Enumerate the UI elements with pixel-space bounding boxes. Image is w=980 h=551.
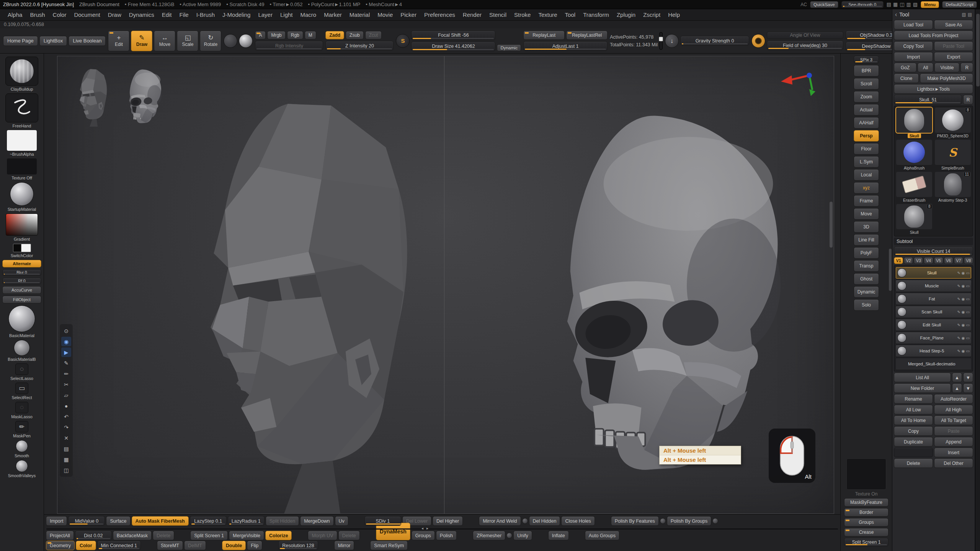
channel-button[interactable]: Mrgb [267, 31, 285, 39]
subpalette-button[interactable]: Polish By Features [611, 516, 659, 526]
list-all-button[interactable]: List All [894, 373, 951, 382]
border-button[interactable]: Border [844, 508, 889, 517]
live-boolean-button[interactable]: Live Boolean [69, 36, 106, 46]
switch-color-label[interactable]: SwitchColor [11, 253, 33, 258]
subpalette-button[interactable]: Unify [513, 531, 532, 540]
menu-item[interactable]: Draw [104, 9, 125, 20]
menu-item[interactable]: Stencil [485, 9, 510, 20]
shelf-button[interactable]: AAHalf [854, 117, 879, 129]
texture-preview[interactable] [846, 458, 886, 490]
subpalette-button[interactable]: MidValue 0 [68, 516, 105, 526]
folder-icon[interactable]: ▭ [966, 297, 970, 301]
axis-gizmo[interactable] [778, 66, 816, 98]
select-arrow-icon[interactable]: ▶ [61, 347, 71, 357]
menu-item[interactable]: Alpha [4, 9, 26, 20]
menu-item[interactable]: Zscript [639, 9, 664, 20]
sculpt-mode-button[interactable]: Zadd [325, 31, 344, 39]
subpalette-button[interactable]: Split Hidden [266, 516, 299, 526]
scale-mode-button[interactable]: ◱ Scale [177, 31, 198, 51]
skull-reference-thumbnail[interactable] [119, 66, 167, 130]
gravity-strength-slider[interactable]: Gravity Strength 0 [680, 36, 749, 46]
subtool-row[interactable]: Skull ✎◉▭ [895, 267, 972, 279]
menu-item[interactable]: Render [459, 9, 485, 20]
shelf-button[interactable]: Local [854, 169, 879, 181]
visibility-icon[interactable]: ◉ [962, 336, 965, 340]
subpalette-button[interactable]: LazyStep 0.1 [190, 516, 227, 526]
replay-last-button[interactable]: ReplayLast [523, 31, 565, 40]
menu-item[interactable]: Layer [254, 9, 276, 20]
sculpt-mode-button[interactable]: Zcut [365, 31, 382, 39]
paint-icon[interactable]: ✎ [957, 310, 960, 314]
subpalette-button[interactable]: DelMT [184, 541, 206, 550]
subpalette-button[interactable] [712, 518, 718, 524]
shelf-button[interactable]: Frame [854, 195, 879, 207]
subtool-row[interactable]: Scan Skull ✎◉▭ [895, 306, 972, 318]
subpalette-button[interactable]: Min Connected 1 [97, 541, 141, 550]
shelf-button[interactable]: PolyF [854, 247, 879, 259]
color-picker[interactable] [6, 214, 38, 236]
adjust-last-slider[interactable]: AdjustLast 1 [523, 41, 608, 51]
stroke-icon[interactable]: S [396, 34, 410, 48]
subpalette-button[interactable]: BackfaceMask [113, 531, 152, 540]
subpalette-button[interactable] [506, 533, 512, 538]
copy-tool-button[interactable]: Copy Tool [894, 41, 933, 51]
subpalette-button[interactable]: Color [76, 541, 96, 550]
points-meter[interactable] [659, 32, 663, 50]
secondary-color-swatch[interactable] [21, 244, 31, 252]
tool-thumbnail[interactable]: 8 Skull [896, 204, 933, 235]
sculpt-mode-button[interactable]: Zsub [346, 31, 364, 39]
menu-item[interactable]: Brush [26, 9, 49, 20]
export-button[interactable]: Export [934, 52, 973, 62]
menu-item[interactable]: Color [49, 9, 70, 20]
shelf-button[interactable]: Actual [854, 104, 879, 116]
subpalette-button[interactable]: Mirror And Weld [479, 516, 521, 526]
menu-item[interactable]: Movie [374, 9, 397, 20]
menu-item[interactable]: Dynamics [125, 9, 158, 20]
subpalette-button[interactable]: MergeVisible [229, 531, 264, 540]
append-button[interactable]: Append [934, 437, 973, 447]
color-sample-icon[interactable]: ⊙ [61, 326, 71, 336]
panel-scrollbar[interactable] [975, 9, 980, 551]
eye-icon[interactable]: ◉ [61, 337, 71, 346]
rename-button[interactable]: Rename [894, 394, 933, 404]
menu-item[interactable]: Document [70, 9, 104, 20]
tool-thumbnail[interactable]: AlphaBrush [896, 140, 933, 170]
shelf-button[interactable]: xyz [854, 182, 879, 194]
save-as-button[interactable]: Save As [934, 20, 973, 29]
subpalette-button[interactable]: MergeDown [300, 516, 333, 526]
tool-thumbnail[interactable]: 11 Anatomy Step-3 [934, 172, 972, 202]
subtool-row[interactable]: Muscle ✎◉▭ [895, 280, 972, 292]
texture-thumbnail[interactable] [7, 158, 37, 174]
subpalette-button[interactable]: SDiv 1 [364, 516, 401, 526]
switch-color-swatches[interactable] [13, 244, 31, 252]
shelf-button[interactable]: Solo [854, 299, 879, 311]
auto-reorder-button[interactable]: AutoReorder [934, 394, 973, 404]
shelf-button[interactable]: Ghost [854, 273, 879, 285]
shelf-button[interactable]: Persp [854, 130, 879, 142]
panel-menu-icon[interactable]: ▧ [962, 12, 966, 17]
subpalette-button[interactable]: Polish By Groups [667, 516, 712, 526]
subpalette-button[interactable]: Delete [338, 531, 360, 540]
menu-item[interactable]: File [176, 9, 193, 20]
menu-item[interactable]: Material [346, 9, 374, 20]
subpalette-button[interactable]: Dist 0.02 [75, 531, 112, 540]
subtool-section-header[interactable]: Subtool [894, 238, 973, 245]
subpalette-button[interactable]: Smart ReSym [370, 541, 408, 550]
subtool-row[interactable]: Edit Skull ✎◉▭ [895, 319, 972, 331]
goz-visible-button[interactable]: Visible [934, 63, 959, 72]
menu-item[interactable]: J-Modeling [219, 9, 254, 20]
scroll-right-icon[interactable]: ▸ [426, 526, 428, 530]
focal-shift-slider[interactable]: Focal Shift -56 [411, 31, 495, 40]
subpalette-button[interactable]: LazyRadius 1 [228, 516, 265, 526]
menu-item[interactable]: Macro [297, 9, 320, 20]
paint-icon[interactable]: ✎ [957, 297, 960, 301]
folder-icon[interactable]: ▭ [966, 323, 970, 327]
rf-slider[interactable]: Rf 0 [2, 278, 41, 284]
home-page-button[interactable]: Home Page [3, 36, 38, 46]
tool-r-button[interactable]: R [963, 95, 973, 104]
menu-item[interactable]: Texture [534, 9, 561, 20]
load-tools-from-project-button[interactable]: Load Tools From Project [894, 31, 973, 40]
subpalette-button[interactable]: Auto Mask FiberMesh [132, 516, 189, 526]
lightbox-tools-button[interactable]: Lightbox►Tools [894, 84, 973, 94]
paint-swatch-icon[interactable] [224, 34, 237, 48]
